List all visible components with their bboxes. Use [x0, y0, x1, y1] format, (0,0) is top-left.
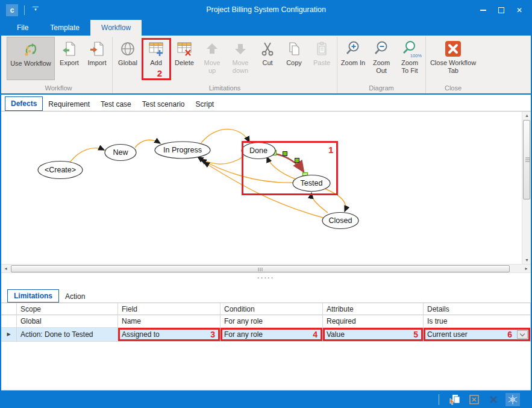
cell-details-combobox[interactable]: Current user 6 [424, 328, 531, 342]
scroll-up-button[interactable]: ▴ [522, 111, 531, 119]
group-label-workflow: Workflow [45, 84, 72, 93]
node-in-progress[interactable]: In Progress [155, 142, 210, 158]
cell-scope[interactable]: Global [17, 315, 118, 328]
cell-field[interactable]: Name [118, 315, 221, 328]
details-dropdown-button[interactable] [517, 330, 528, 339]
diagram-vertical-scrollbar[interactable]: ▴ ▾ [522, 111, 531, 264]
cut-button[interactable]: Cut [255, 37, 280, 80]
zoom-out-button[interactable]: Zoom Out [368, 37, 395, 80]
move-up-icon [204, 39, 220, 59]
zoom-to-fit-button[interactable]: 100% Zoom To Fit [396, 37, 424, 80]
copy-label: Copy [286, 59, 302, 67]
app-window: c ▾ Project Billing System Configuration… [0, 0, 532, 408]
export-button[interactable]: Export [56, 37, 83, 80]
column-header-details[interactable]: Details [424, 303, 531, 315]
global-button[interactable]: Global [114, 37, 141, 80]
tab-test-scenario[interactable]: Test scenario [137, 98, 190, 111]
zoom-out-label: Zoom [373, 59, 390, 67]
details-value: Current user [427, 330, 468, 339]
frame-select-icon[interactable] [467, 393, 481, 406]
tab-defects[interactable]: Defects [5, 96, 43, 111]
column-header-condition[interactable]: Condition [221, 303, 323, 315]
column-header-attribute[interactable]: Attribute [323, 303, 424, 315]
tab-file[interactable]: File [6, 20, 39, 36]
paste-label: Paste [313, 59, 330, 67]
ribbon-group-workflow: Use Workflow Export [5, 37, 112, 93]
edge-create-new[interactable] [69, 148, 104, 164]
tab-workflow[interactable]: Workflow [90, 20, 142, 36]
bottom-tab-strip: Limitations Action [1, 288, 531, 303]
move-up-label: Move [204, 59, 221, 67]
import-label: Import [87, 59, 106, 67]
cell-scope[interactable]: Action: Done to Tested [17, 328, 118, 342]
snowflake-icon[interactable] [505, 393, 520, 406]
zoom-in-label: Zoom In [341, 59, 365, 67]
ribbon: Use Workflow Export [0, 36, 532, 95]
thumb-grip [258, 268, 263, 271]
limitations-table: Scope Field Condition Attribute Details … [1, 303, 531, 342]
tab-limitations[interactable]: Limitations [7, 289, 59, 303]
close-button[interactable]: ✕ [510, 2, 528, 18]
zoom-to-fit-badge: 100% [410, 53, 422, 58]
copy-button[interactable]: Copy [281, 37, 307, 80]
move-down-icon [233, 39, 248, 59]
cut-icon [260, 39, 275, 59]
cell-attribute[interactable]: Value 5 [323, 328, 424, 342]
zoom-in-icon [345, 39, 361, 59]
import-button[interactable]: Import [84, 37, 110, 80]
add-button[interactable]: Add 2 [142, 37, 170, 80]
move-down-label: Move [233, 59, 249, 67]
scroll-right-button[interactable]: ▸ [522, 265, 531, 272]
horizontal-scroll-thumb[interactable] [11, 265, 510, 272]
column-header-scope[interactable]: Scope [17, 303, 118, 315]
use-workflow-button[interactable]: Use Workflow [7, 37, 55, 80]
annotation-box-2 [142, 38, 171, 80]
node-new[interactable]: New [105, 145, 136, 161]
close-workflow-tab-label: Close Workflow [430, 59, 476, 67]
current-row-marker-icon: ▶ [1, 328, 17, 342]
zoom-in-button[interactable]: Zoom In [339, 37, 367, 80]
scroll-left-button[interactable]: ◂ [1, 265, 10, 272]
cell-attribute[interactable]: Required [323, 315, 424, 328]
minimize-button[interactable] [474, 2, 492, 18]
close-workflow-tab-button[interactable]: Close Workflow Tab [428, 37, 478, 80]
tab-template[interactable]: Template [39, 20, 90, 36]
maximize-button[interactable] [492, 2, 510, 18]
workflow-diagram-canvas[interactable]: <Create> New In Progress Done Tested [1, 111, 522, 264]
edge-new-inprogress[interactable] [135, 140, 160, 148]
cell-condition[interactable]: For any role [221, 315, 323, 328]
node-create[interactable]: <Create> [38, 162, 83, 179]
zoom-out-label2: Out [376, 67, 387, 75]
tab-test-case[interactable]: Test case [95, 98, 137, 111]
diagram-horizontal-scrollbar[interactable]: ◂ ▸ [1, 264, 531, 273]
zoom-to-fit-label: Zoom [401, 59, 418, 67]
move-up-label2: up [208, 67, 216, 75]
copy-pages-icon[interactable] [448, 393, 462, 406]
cell-details[interactable]: Is true [424, 315, 531, 328]
table-row-action-done-to-tested[interactable]: ▶ Action: Done to Tested Assigned to 3 F… [1, 328, 531, 342]
node-closed[interactable]: Closed [322, 213, 358, 229]
maximize-icon [498, 7, 504, 13]
cell-condition[interactable]: For any role 4 [221, 328, 323, 342]
panel-splitter[interactable]: ····· [1, 274, 531, 288]
tab-requirement[interactable]: Requirement [43, 98, 95, 111]
global-icon [119, 39, 136, 59]
move-up-button[interactable]: Move up [199, 37, 225, 80]
delete-button[interactable]: Delete [171, 37, 198, 80]
scroll-down-button[interactable]: ▾ [522, 256, 531, 264]
delete-limitation-icon [175, 39, 193, 59]
paste-button[interactable]: Paste [308, 37, 335, 80]
thumb-grip [525, 158, 530, 162]
close-x-icon[interactable] [486, 393, 501, 406]
svg-text:In Progress: In Progress [163, 146, 202, 154]
tab-script[interactable]: Script [190, 98, 219, 111]
vertical-scroll-thumb[interactable] [523, 120, 530, 199]
close-workflow-tab-icon [444, 39, 462, 59]
edge-closed-tested[interactable] [311, 193, 328, 213]
cell-field[interactable]: Assigned to 3 [118, 328, 221, 342]
move-down-button[interactable]: Move down [227, 37, 254, 80]
column-header-field[interactable]: Field [118, 303, 221, 315]
tab-action[interactable]: Action [59, 290, 91, 303]
move-down-label2: down [233, 67, 248, 75]
table-row-global[interactable]: Global Name For any role Required Is tru… [1, 315, 531, 328]
